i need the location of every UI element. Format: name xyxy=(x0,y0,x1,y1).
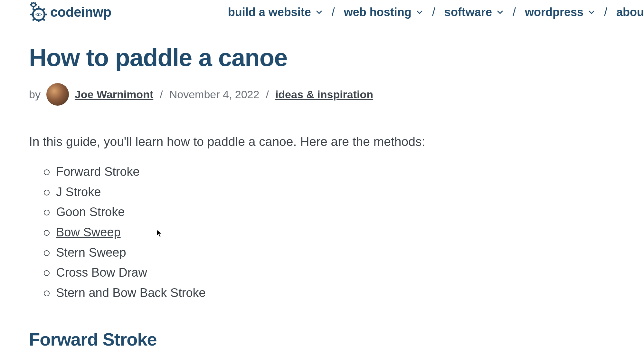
list-item: Goon Stroke xyxy=(56,202,580,222)
article-date: November 4, 2022 xyxy=(169,88,260,101)
nav-software[interactable]: software xyxy=(444,5,504,19)
category-link[interactable]: ideas & inspiration xyxy=(275,88,373,101)
article-meta: by Joe Warnimont / November 4, 2022 / id… xyxy=(29,83,580,106)
svg-line-6 xyxy=(35,3,36,4)
author-link[interactable]: Joe Warnimont xyxy=(75,88,153,101)
methods-list: Forward Stroke J Stroke Goon Stroke Bow … xyxy=(29,162,580,303)
nav-separator: / xyxy=(432,5,435,19)
list-item: Stern and Bow Back Stroke xyxy=(56,283,580,303)
chevron-down-icon xyxy=(416,9,423,16)
svg-line-13 xyxy=(43,9,44,10)
section-heading: Forward Stroke xyxy=(29,329,580,350)
meta-separator: / xyxy=(157,88,165,101)
list-item-label: Cross Bow Draw xyxy=(56,266,147,279)
list-item-label: Stern and Bow Back Stroke xyxy=(56,286,206,300)
nav-label: abou xyxy=(616,5,644,19)
list-item: Forward Stroke xyxy=(56,162,580,182)
chevron-down-icon xyxy=(316,9,323,16)
nav-web-hosting[interactable]: web hosting xyxy=(344,5,423,19)
logo[interactable]: </> codeinwp xyxy=(29,2,111,22)
nav-label: wordpress xyxy=(525,5,583,19)
article-intro: In this guide, you'll learn how to paddl… xyxy=(29,135,580,149)
logo-text: codeinwp xyxy=(50,5,111,20)
list-item: Cross Bow Draw xyxy=(56,262,580,283)
nav-about[interactable]: abou xyxy=(616,5,644,19)
list-item-link[interactable]: Bow Sweep xyxy=(56,225,121,239)
article-content: How to paddle a canoe by Joe Warnimont /… xyxy=(0,24,580,350)
nav-separator: / xyxy=(604,5,607,19)
nav-label: build a website xyxy=(228,5,311,19)
page-title: How to paddle a canoe xyxy=(29,43,580,71)
chevron-down-icon xyxy=(588,9,595,16)
list-item-label: Stern Sweep xyxy=(56,246,126,259)
list-item-label: Forward Stroke xyxy=(56,165,140,178)
svg-text:</>: </> xyxy=(35,12,42,17)
meta-separator: / xyxy=(263,88,271,101)
svg-line-5 xyxy=(31,3,32,4)
nav-label: web hosting xyxy=(344,5,412,19)
nav-wordpress[interactable]: wordpress xyxy=(525,5,595,19)
svg-line-14 xyxy=(33,19,34,20)
avatar xyxy=(46,83,69,106)
list-item: J Stroke xyxy=(56,182,580,202)
list-item-label: J Stroke xyxy=(56,185,101,199)
svg-line-12 xyxy=(33,9,34,10)
nav-label: software xyxy=(444,5,492,19)
topbar: </> codeinwp build a website / web hosti… xyxy=(0,0,644,24)
nav-separator: / xyxy=(513,5,516,19)
chevron-down-icon xyxy=(497,9,504,16)
list-item: Stern Sweep xyxy=(56,243,580,263)
list-item-label: Goon Stroke xyxy=(56,205,125,219)
main-nav: build a website / web hosting / software… xyxy=(228,5,644,19)
nav-build-a-website[interactable]: build a website xyxy=(228,5,323,19)
gear-icon: </> xyxy=(29,2,48,22)
list-item: Bow Sweep xyxy=(56,222,580,243)
svg-line-15 xyxy=(43,19,44,20)
byline-prefix: by xyxy=(29,88,41,101)
nav-separator: / xyxy=(332,5,335,19)
